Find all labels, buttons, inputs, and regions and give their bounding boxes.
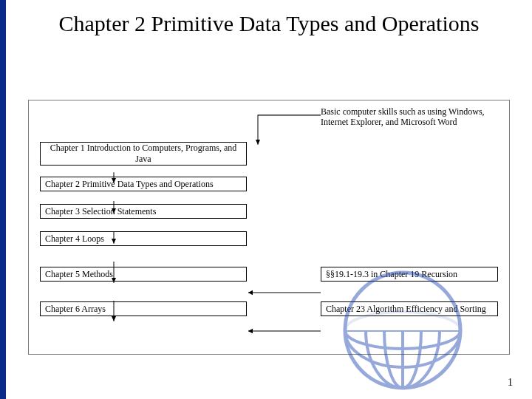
box-chapter-1: Chapter 1 Introduction to Computers, Pro… (40, 142, 247, 166)
box-chapter-4: Chapter 4 Loops (40, 231, 247, 246)
box-chapter-2: Chapter 2 Primitive Data Types and Opera… (40, 177, 247, 191)
slide: Chapter 2 Primitive Data Types and Opera… (6, 0, 532, 399)
page-title: Chapter 2 Primitive Data Types and Opera… (6, 0, 532, 44)
box-chapter-5: Chapter 5 Methods (40, 267, 247, 282)
flow-diagram: Basic computer skills such as using Wind… (28, 100, 510, 355)
box-ref-ch23: Chapter 23 Algorithm Efficiency and Sort… (321, 301, 498, 316)
skills-note: Basic computer skills such as using Wind… (321, 106, 505, 128)
box-ref-ch19: §§19.1-19.3 in Chapter 19 Recursion (321, 267, 498, 282)
box-chapter-6: Chapter 6 Arrays (40, 301, 247, 316)
box-chapter-3: Chapter 3 Selection Statements (40, 204, 247, 219)
page-number: 1 (508, 377, 513, 389)
